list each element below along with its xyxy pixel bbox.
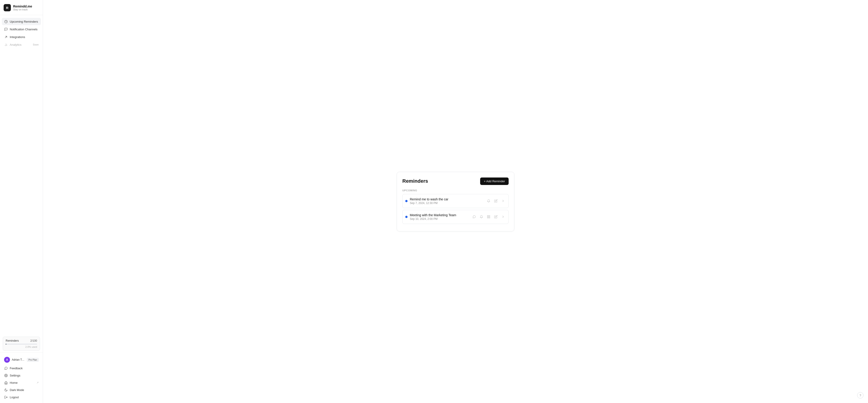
brand-text: Remindd.me Stay on track — [13, 4, 32, 11]
svg-point-4 — [5, 375, 6, 376]
svg-rect-8 — [487, 217, 488, 218]
sidebar-item-label: Integrations — [10, 35, 25, 39]
app-tagline: Stay on track — [13, 8, 32, 11]
home-icon — [4, 381, 8, 384]
reminder-name: Meeting with the Marketing Team — [410, 213, 469, 217]
sidebar-item-feedback[interactable]: Feedback — [2, 365, 41, 372]
reminder-info: Meeting with the Marketing Team Sep 10, … — [410, 213, 469, 221]
gear-icon — [4, 374, 8, 377]
sidebar-item-label: Analytics — [10, 43, 22, 47]
sidebar-item-label: Feedback — [10, 367, 23, 370]
counter-percentage: 2.0% used — [6, 345, 37, 348]
reminders-title: Reminders — [402, 178, 428, 184]
progress-bar-background — [6, 344, 37, 345]
progress-bar-fill — [6, 344, 6, 345]
moon-icon — [4, 388, 8, 392]
plug-icon — [4, 35, 8, 39]
help-icon: ? — [859, 394, 861, 397]
sidebar-item-notification-channels[interactable]: Notification Channels — [2, 26, 41, 33]
help-button[interactable]: ? — [857, 392, 864, 399]
reminders-counter: Reminders 2/100 2.0% used — [3, 337, 40, 351]
sidebar-footer: A Adrian Te... Pro Plan Feedback Setting… — [0, 352, 43, 403]
external-link-icon: ↗ — [36, 381, 39, 384]
sidebar-item-analytics: Analytics Soon — [2, 41, 41, 48]
sidebar-item-label: Home — [10, 381, 18, 384]
reminder-date: Sep 7, 2024, 12:30 PM — [410, 202, 484, 205]
soon-badge: Soon — [33, 43, 39, 46]
svg-rect-9 — [489, 217, 490, 218]
sidebar-item-label: Notification Channels — [10, 28, 37, 31]
edit-button[interactable] — [493, 214, 498, 220]
sidebar-item-logout[interactable]: Logout — [2, 394, 41, 401]
reminder-info: Remind me to wash the car Sep 7, 2024, 1… — [410, 197, 484, 205]
sidebar-item-dark-mode[interactable]: Dark Mode — [2, 386, 41, 394]
bell-button[interactable] — [478, 214, 484, 220]
avatar: A — [4, 357, 10, 363]
sidebar-item-home[interactable]: Home ↗ — [2, 379, 41, 386]
grid-button[interactable] — [486, 214, 491, 220]
reminder-actions — [471, 214, 506, 220]
sidebar-item-integrations[interactable]: Integrations — [2, 33, 41, 40]
reminder-item: Remind me to wash the car Sep 7, 2024, 1… — [402, 194, 508, 208]
reminder-dot — [405, 200, 407, 202]
sidebar-item-upcoming-reminders[interactable]: Upcoming Reminders — [2, 18, 41, 25]
app-logo: R — [4, 4, 11, 11]
sidebar-item-label: Logout — [10, 396, 19, 399]
user-name: Adrian Te... — [12, 358, 25, 361]
reminder-name: Remind me to wash the car — [410, 197, 484, 201]
sidebar-item-settings[interactable]: Settings — [2, 372, 41, 379]
clock-icon — [4, 20, 8, 23]
add-reminder-button[interactable]: + Add Reminder — [480, 177, 508, 185]
svg-rect-6 — [487, 215, 488, 217]
reminders-card: Reminders + Add Reminder UPCOMING Remind… — [397, 172, 514, 231]
chat-icon — [4, 27, 8, 31]
upcoming-label: UPCOMING — [402, 189, 508, 192]
bell-button[interactable] — [486, 198, 491, 204]
main-content: Reminders + Add Reminder UPCOMING Remind… — [43, 0, 868, 403]
reminder-actions — [486, 198, 506, 204]
sidebar-item-label: Dark Mode — [10, 388, 24, 392]
bar-chart-icon — [4, 43, 8, 47]
expand-button[interactable] — [500, 214, 506, 220]
user-row[interactable]: A Adrian Te... Pro Plan — [2, 355, 41, 365]
edit-button[interactable] — [493, 198, 498, 204]
counter-count: 2/100 — [30, 339, 37, 342]
reminder-item: Meeting with the Marketing Team Sep 10, … — [402, 210, 508, 224]
counter-label: Reminders — [6, 339, 19, 342]
reminders-card-header: Reminders + Add Reminder — [402, 177, 508, 185]
svg-rect-7 — [489, 215, 490, 217]
sidebar: R Remindd.me Stay on track Upcoming Remi… — [0, 0, 43, 403]
reminder-dot — [405, 216, 407, 218]
pro-badge: Pro Plan — [27, 358, 39, 362]
sidebar-nav: Upcoming Reminders Notification Channels… — [0, 15, 43, 335]
whatsapp-button[interactable] — [471, 214, 477, 220]
expand-button[interactable] — [500, 198, 506, 204]
sidebar-item-label: Upcoming Reminders — [10, 20, 38, 23]
message-circle-icon — [4, 366, 8, 370]
reminder-date: Sep 10, 2024, 2:00 PM — [410, 217, 469, 221]
sidebar-header: R Remindd.me Stay on track — [0, 0, 43, 15]
logout-icon — [4, 395, 8, 399]
sidebar-item-label: Settings — [10, 374, 20, 377]
app-name: Remindd.me — [13, 4, 32, 8]
